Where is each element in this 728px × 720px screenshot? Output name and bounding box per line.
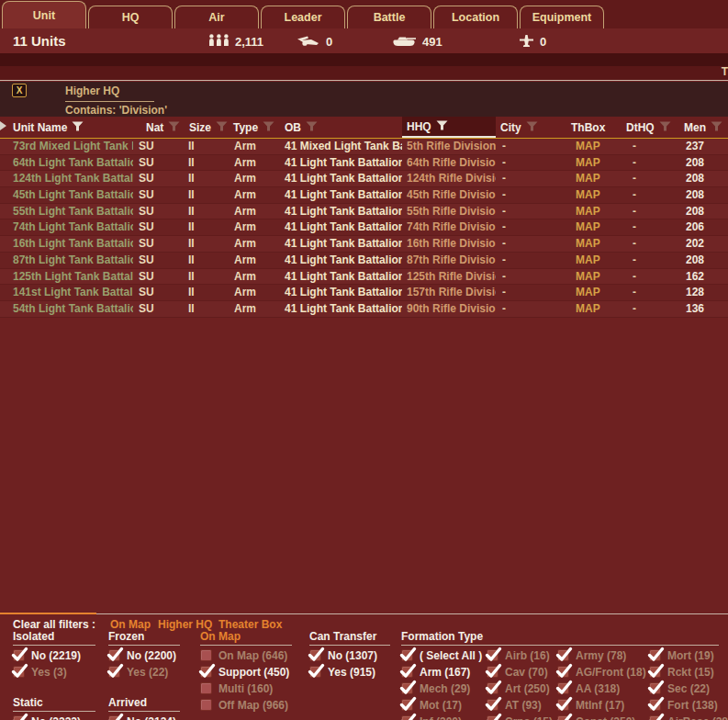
filter-option-label[interactable]: Army (78) [576, 649, 626, 662]
link-theater-box[interactable]: Theater Box [218, 618, 282, 631]
column-header-dthq[interactable]: DtHQ [610, 117, 677, 138]
checkbox-select-all[interactable] [401, 649, 413, 661]
filter-option-label[interactable]: Airb (16) [505, 649, 550, 662]
checkbox-crps-15[interactable] [487, 715, 498, 720]
tab-battle[interactable]: Battle [347, 6, 431, 28]
checkbox-off-map-966[interactable] [200, 699, 212, 711]
filter-funnel-icon[interactable] [263, 121, 274, 134]
table-row[interactable]: 64th Light Tank BattalioSUIIArm41 Light … [0, 155, 728, 172]
checkbox-army-78[interactable] [557, 649, 569, 661]
checkbox-art-250[interactable] [487, 682, 498, 694]
filter-option-label[interactable]: Yes (915) [328, 666, 375, 679]
filter-column-title[interactable]: Higher HQ [65, 84, 119, 97]
column-header-unit-name[interactable]: Unit Name [0, 117, 133, 138]
filter-option-label[interactable]: Multi (160) [218, 682, 273, 695]
table-row[interactable]: 141st Light Tank BattaliSUIIArm41 Light … [0, 285, 728, 301]
remove-filter-button[interactable]: X [12, 84, 27, 97]
checkbox-on-map-646[interactable] [200, 649, 212, 661]
filter-option-label[interactable]: No (2134) [127, 715, 176, 720]
checkbox-inf-300[interactable] [401, 715, 413, 720]
filter-option-label[interactable]: Yes (22) [127, 666, 168, 679]
filter-option-label[interactable]: No (2200) [127, 649, 176, 662]
column-header-hhq[interactable]: HHQ [402, 117, 496, 138]
checkbox-arm-167[interactable] [401, 666, 413, 678]
table-row[interactable]: 87th Light Tank BattalioSUIIArm41 Light … [0, 253, 728, 269]
filter-option-label[interactable]: Rckt (15) [667, 666, 714, 679]
filter-funnel-icon[interactable] [711, 121, 722, 134]
filter-option-label[interactable]: Mot (17) [420, 699, 462, 712]
table-row[interactable]: 55th Light Tank BattalioSUIIArm41 Light … [0, 204, 728, 220]
table-row[interactable]: 54th Light Tank BattalioSUIIArm41 Light … [0, 301, 728, 318]
checkbox-mech-29[interactable] [401, 682, 413, 694]
tab-unit[interactable]: Unit [2, 1, 86, 28]
column-header-city[interactable]: City [496, 117, 566, 138]
table-row[interactable]: 16th Light Tank BattalioSUIIArm41 Light … [0, 236, 728, 253]
checkbox-mort-19[interactable] [649, 649, 661, 661]
filter-option-label[interactable]: Inf (300) [420, 715, 462, 720]
checkbox-const-250[interactable] [557, 715, 569, 720]
checkbox-support-450[interactable] [200, 666, 212, 678]
column-header-thbox[interactable]: ThBox [566, 117, 610, 138]
checkbox-fort-138[interactable] [649, 699, 661, 711]
filter-funnel-icon[interactable] [659, 121, 671, 134]
filter-option-label[interactable]: On Map (646) [218, 649, 287, 662]
filter-option-label[interactable]: Const (250) [576, 715, 635, 720]
filter-funnel-icon[interactable] [436, 120, 448, 133]
table-row[interactable]: 124th Light Tank BattaliSUIIArm41 Light … [0, 171, 728, 187]
filter-option-label[interactable]: AirBase (280) [667, 715, 728, 720]
filter-funnel-icon[interactable] [216, 121, 228, 134]
column-header-nat[interactable]: Nat [133, 117, 184, 138]
filter-option-label[interactable]: Sec (22) [667, 682, 710, 695]
filter-funnel-icon[interactable] [306, 121, 318, 134]
checkbox-sec-22[interactable] [649, 682, 661, 694]
filter-option-label[interactable]: AG/Front (18) [576, 666, 646, 679]
checkbox-ag-front-18[interactable] [557, 666, 569, 678]
filter-option-label[interactable]: Off Map (966) [218, 699, 288, 712]
tab-leader[interactable]: Leader [261, 6, 345, 28]
checkbox-yes-3[interactable] [13, 666, 25, 678]
table-row[interactable]: 74th Light Tank BattalioSUIIArm41 Light … [0, 219, 728, 236]
checkbox-airbase-280[interactable] [649, 715, 661, 720]
filter-option-label[interactable]: Mech (29) [420, 682, 470, 695]
checkbox-mtinf-17[interactable] [557, 699, 569, 711]
checkbox-airb-16[interactable] [487, 649, 498, 661]
tab-hq[interactable]: HQ [88, 6, 173, 28]
checkbox-no-2200[interactable] [108, 649, 120, 661]
filter-option-label[interactable]: AA (318) [576, 682, 620, 695]
filter-option-label[interactable]: AT (93) [505, 699, 542, 712]
link-higher-hq[interactable]: Higher HQ [158, 618, 212, 631]
filter-option-label[interactable]: No (2219) [31, 649, 81, 662]
filter-option-label[interactable]: Crps (15) [505, 715, 553, 720]
checkbox-no-1307[interactable] [309, 649, 321, 661]
checkbox-yes-915[interactable] [309, 666, 321, 678]
filter-option-label[interactable]: Art (250) [505, 682, 550, 695]
table-row[interactable]: 125th Light Tank BattaliSUIIArm41 Light … [0, 269, 728, 286]
checkbox-at-93[interactable] [487, 699, 498, 711]
checkbox-no-2219[interactable] [13, 649, 25, 661]
filter-option-label[interactable]: Fort (138) [667, 699, 718, 712]
filter-option-label[interactable]: No (1307) [328, 649, 377, 662]
filter-funnel-icon[interactable] [72, 121, 84, 134]
checkbox-no-2222[interactable] [13, 715, 25, 720]
table-row[interactable]: 73rd Mixed Light Tank BSUIIArm41 Mixed L… [0, 139, 728, 155]
filter-option-label[interactable]: Cav (70) [505, 666, 548, 679]
checkbox-aa-318[interactable] [557, 682, 569, 694]
filter-option-label[interactable]: No (2222) [31, 715, 81, 720]
column-header-size[interactable]: Size [184, 117, 228, 138]
filter-option-label[interactable]: Support (450) [218, 666, 289, 679]
tab-equipment[interactable]: Equipment [520, 6, 604, 28]
column-header-type[interactable]: Type [228, 117, 280, 138]
column-header-men[interactable]: Men [677, 117, 728, 138]
column-header-ob[interactable]: OB [280, 117, 402, 138]
checkbox-rckt-15[interactable] [649, 666, 661, 678]
checkbox-multi-160[interactable] [200, 682, 212, 694]
filter-funnel-icon[interactable] [168, 121, 180, 134]
checkbox-mot-17[interactable] [401, 699, 413, 711]
filter-funnel-icon[interactable] [526, 121, 538, 134]
filter-option-label[interactable]: Mort (19) [667, 649, 714, 662]
filter-option-label[interactable]: ( Select All ) [420, 649, 482, 662]
checkbox-yes-22[interactable] [108, 666, 120, 678]
tab-location[interactable]: Location [433, 6, 518, 28]
table-row[interactable]: 45th Light Tank BattalioSUIIArm41 Light … [0, 187, 728, 204]
checkbox-cav-70[interactable] [487, 666, 498, 678]
